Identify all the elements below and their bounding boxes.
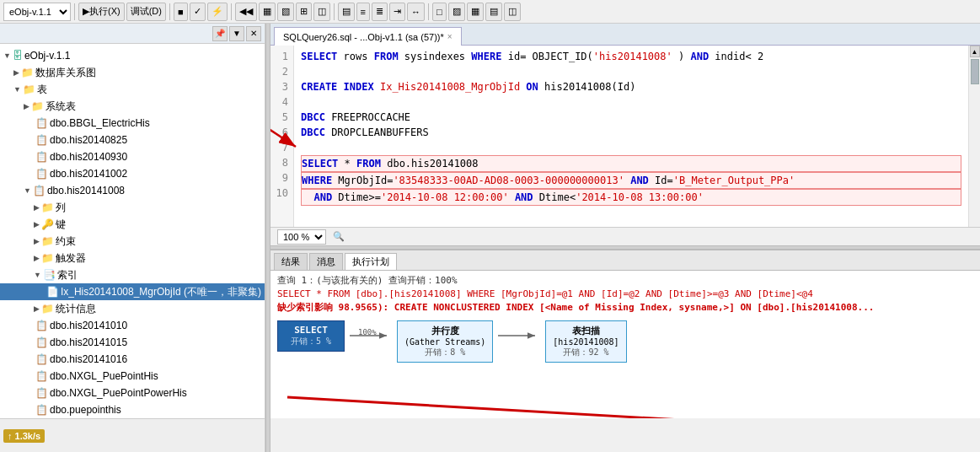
- tree-expand-icon[interactable]: [34, 250, 40, 266]
- tree-item-bbgl[interactable]: 📋 dbo.BBGL_ElectricHis: [0, 115, 265, 132]
- toolbar-btn-8[interactable]: ◫: [313, 3, 330, 21]
- toolbar-btn-13[interactable]: ↔: [407, 3, 425, 21]
- tree-item-systable[interactable]: 📁 系统表: [0, 98, 265, 115]
- tree-item-label: 键: [56, 217, 66, 232]
- scroll-thumb[interactable]: [971, 59, 979, 84]
- tree-item-his20141002[interactable]: 📋 dbo.his20141002: [0, 165, 265, 182]
- tree-item-his20141010[interactable]: 📋 dbo.his20141010: [0, 317, 265, 334]
- folder-icon: 📁: [41, 250, 54, 266]
- results-tab-results[interactable]: 结果: [274, 253, 308, 270]
- tree-expand-icon[interactable]: [34, 217, 40, 232]
- tree-expand-icon[interactable]: [3, 48, 11, 63]
- index-item-icon: 📄: [46, 284, 59, 299]
- toolbar-btn-7[interactable]: ⊞: [296, 3, 312, 21]
- toolbar-btn-5[interactable]: ▦: [259, 3, 276, 21]
- tree-item-his20141016[interactable]: 📋 dbo.his20141016: [0, 351, 265, 368]
- dropdown-button[interactable]: ▼: [229, 26, 244, 41]
- table-icon: 📋: [35, 132, 48, 148]
- line-num: 9: [276, 170, 288, 186]
- table-icon: 📋: [35, 335, 48, 350]
- tree-item-index[interactable]: 📑 索引: [0, 266, 265, 283]
- tree-item-his20140825[interactable]: 📋 dbo.his20140825: [0, 132, 265, 148]
- table-icon: 📋: [33, 183, 46, 198]
- tree-item-label: 数据库关系图: [35, 65, 96, 80]
- tree-item-his20140930[interactable]: 📋 dbo.his20140930: [0, 148, 265, 165]
- tree-item-table[interactable]: 📁 表: [0, 81, 265, 98]
- toolbar-btn-11[interactable]: ≣: [372, 3, 388, 21]
- code-line-3: CREATE INDEX Ix_His20141008_MgrObjId ON …: [301, 79, 961, 94]
- db-dropdown[interactable]: eObj-v.1.1: [3, 3, 71, 21]
- toolbar-btn-15[interactable]: ▨: [448, 3, 465, 21]
- toolbar-btn-10[interactable]: ≡: [356, 3, 370, 21]
- tree-item-constraint[interactable]: 📁 约束: [0, 233, 265, 250]
- toolbar-btn-6[interactable]: ▧: [277, 3, 294, 21]
- editor-tab-bar: SQLQuery26.sql - ...Obj-v1.1 (sa (57))* …: [270, 24, 980, 46]
- tree-item-label: dbo.his20140930: [50, 149, 127, 164]
- parse-button[interactable]: ✓: [190, 3, 206, 21]
- toolbar-btn-9[interactable]: ▤: [338, 3, 355, 21]
- tree-item-his20141008[interactable]: 📋 dbo.his20141008: [0, 182, 265, 199]
- table-icon: 📋: [35, 369, 48, 384]
- tree-expand-icon[interactable]: [13, 82, 21, 97]
- tree-item-label: dbo.his20141008: [47, 183, 125, 198]
- tree-item-puepointhis[interactable]: 📋 dbo.puepointhis: [0, 401, 265, 418]
- tree-item-his20141015[interactable]: 📋 dbo.his20141015: [0, 334, 265, 351]
- debug-button[interactable]: 调试(D): [126, 3, 166, 21]
- tree-expand-icon[interactable]: [24, 183, 31, 198]
- plan-arrow-svg-2: [498, 329, 540, 342]
- code-editor[interactable]: 1 2 3 4 5 6 7 8 9 10 SELECT rows FROM sy…: [270, 46, 980, 227]
- svg-line-8: [287, 397, 945, 418]
- code-line-1: SELECT rows FROM sysindexes WHERE id= OB…: [301, 49, 961, 64]
- toolbar-btn-12[interactable]: ⇥: [389, 3, 405, 21]
- tree-item-statsinfo[interactable]: 📁 统计信息: [0, 300, 265, 317]
- tab-close-button[interactable]: ×: [447, 32, 453, 41]
- line-num: 7: [276, 140, 288, 155]
- tree-expand-icon[interactable]: [34, 200, 40, 215]
- tree-expand-icon[interactable]: [34, 301, 40, 316]
- tree-item-label: 索引: [57, 267, 78, 282]
- tree-item-nxgl-puepower[interactable]: 📋 dbo.NXGL_PuePointPowerHis: [0, 385, 265, 401]
- toolbar-btn-16[interactable]: ▦: [467, 3, 484, 21]
- tree-item-trigger[interactable]: 📁 触发器: [0, 250, 265, 266]
- close-panel-button[interactable]: ✕: [246, 26, 261, 41]
- toolbar-btn-18[interactable]: ◫: [504, 3, 521, 21]
- plan-box-title: 并行度: [404, 325, 485, 337]
- scroll-up-arrow[interactable]: ▲: [970, 46, 980, 57]
- code-content[interactable]: SELECT rows FROM sysindexes WHERE id= OB…: [294, 46, 968, 227]
- query-plan-sql-text: SELECT * FROM [dbo].[his20141008] WHERE …: [277, 288, 813, 299]
- tree-item-eobj[interactable]: 🗄 eObj-v.1.1: [0, 47, 265, 64]
- toolbar-separator-5: [428, 3, 429, 20]
- toolbar-btn-3[interactable]: ⚡: [207, 3, 228, 21]
- tree-expand-icon[interactable]: [24, 99, 29, 114]
- toolbar-btn-17[interactable]: ▤: [485, 3, 502, 21]
- pin-button[interactable]: 📌: [212, 26, 228, 41]
- toolbar-btn-4[interactable]: ◀◀: [235, 3, 257, 21]
- line-num: 4: [276, 94, 288, 110]
- tree-expand-icon[interactable]: [34, 267, 41, 282]
- tree-item-label: dbo.his20140825: [50, 132, 127, 148]
- tree-item-key[interactable]: 🔑 键: [0, 216, 265, 233]
- code-scrollbar[interactable]: ▲: [968, 46, 980, 227]
- tree-item-ix-his[interactable]: 📄 Ix_His20141008_MgrObjId (不唯一，非聚集): [0, 283, 265, 300]
- tree-item-nxgl-pue[interactable]: 📋 dbo.NXGL_PuePointHis: [0, 368, 265, 385]
- results-tab-messages[interactable]: 消息: [309, 253, 343, 270]
- tree-expand-icon[interactable]: [34, 234, 40, 249]
- table-icon: 📋: [35, 149, 48, 164]
- stop-button[interactable]: ■: [174, 3, 188, 21]
- toolbar-btn-14[interactable]: □: [432, 3, 447, 21]
- execute-button[interactable]: ▶ 执行(X): [78, 3, 125, 21]
- results-tab-execplan[interactable]: 执行计划: [345, 253, 397, 270]
- zoom-select[interactable]: 100 %: [277, 229, 326, 245]
- tree-item-col[interactable]: 📁 列: [0, 199, 265, 216]
- editor-tab[interactable]: SQLQuery26.sql - ...Obj-v1.1 (sa (57))* …: [274, 27, 462, 46]
- tab-label: SQLQuery26.sql - ...Obj-v1.1 (sa (57))*: [283, 32, 444, 42]
- plan-box-subtitle: (Gather Streams): [404, 337, 485, 347]
- tree-item-label: 表: [37, 82, 47, 97]
- results-panel: 结果 消息 执行计划 查询 1：(与该批有关的) 查询开销：100% SELEC…: [270, 250, 980, 418]
- tree-item-dbrelation[interactable]: 📁 数据库关系图: [0, 64, 265, 81]
- tree-expand-icon[interactable]: [13, 65, 19, 80]
- results-tab-label: 结果: [281, 256, 300, 268]
- code-statusbar: 100 % 🔍: [270, 227, 980, 245]
- table-icon: 📋: [35, 402, 48, 417]
- main-layout: 📌 ▼ ✕ 🗄 eObj-v.1.1 📁 数据库关系图: [0, 24, 980, 452]
